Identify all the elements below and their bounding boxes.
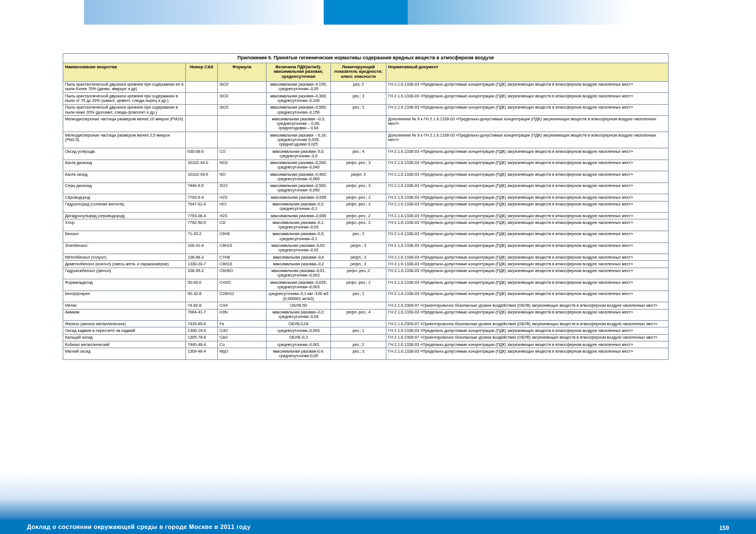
table-cell: максимальная разовая–0,2; среднесуточная… — [267, 310, 330, 321]
footer-gradient — [0, 474, 756, 519]
table-cell: максимальная разовая–0,500; среднесуточн… — [267, 105, 330, 116]
table-cell: Пыль кристаллической двуокиси кремния пр… — [63, 105, 185, 116]
table-cell: ГН 2.1.6.1338-03 «Предельно-допустимые к… — [386, 291, 668, 302]
table-cell: 74-82-8 — [186, 302, 217, 308]
table-cell: максимальная разовая–0,01; среднесуточна… — [267, 268, 330, 279]
header-gradient-right — [408, 0, 632, 25]
table-row: Этилбензол100-41-4C8H10максимальная разо… — [63, 243, 668, 254]
table-cell: Железо (железо металлическое) — [63, 321, 185, 327]
table-cell: ГН 2.1.6.1338-03 «Предельно-допустимые к… — [386, 341, 668, 348]
table-cell: максимальная разовая –0,3; среднесуточна… — [267, 116, 330, 132]
table-row: Мелкодисперсные частицы размером менее 2… — [63, 132, 668, 148]
table-cell — [186, 93, 217, 104]
table-cell: рефл.-рез.; 2 — [331, 219, 386, 231]
table-cell: максимальная разовая–0,02; среднесуточна… — [267, 243, 330, 254]
table-cell: максимальная разовая – 0,16; среднесуточ… — [267, 132, 330, 148]
table-cell: среднесуточная–0,1 мкг /100 м3 (0,000001… — [267, 291, 330, 302]
table-cell: NO — [218, 171, 266, 182]
table-cell: Дополнение № 8 к ГН 2.1.6.1338-03 «Преде… — [386, 132, 668, 148]
table-cell: максимальная разовая–0,008 — [267, 213, 330, 219]
table-row: Оксид углерода630-08-0COмаксимальная раз… — [63, 148, 668, 160]
table-cell: 7439-89-6 — [186, 321, 217, 327]
table-cell: ГН 2.1.6.1338-03 «Предельно-допустимые к… — [386, 194, 668, 200]
table-cell: HCl — [218, 202, 266, 213]
table-cell: 7783-6-4 — [186, 194, 217, 200]
table-row: Мелкодисперсные частицы размером менее 1… — [63, 116, 668, 132]
table-cell: рез; 3 — [331, 82, 386, 93]
table-cell: 7664-41-7 — [186, 310, 217, 321]
table-row: Бензол71-43-2C6H6максимальная разовая–0,… — [63, 231, 668, 242]
table-cell: ГН 2.1.6.1338-03 «Предельно-допустимые к… — [386, 202, 668, 213]
table-cell: C8H10 — [218, 243, 266, 254]
table-cell: Серы диоксид — [63, 183, 185, 194]
col-header: Формула — [218, 63, 266, 81]
table-cell: C20H12 — [218, 291, 266, 302]
table-row: Аммиак7664-41-7H3Nмаксимальная разовая–0… — [63, 310, 668, 321]
table-cell: максимальная разовая–0,200; среднесуточн… — [267, 160, 330, 171]
table-row: Дигидросульфид (сероводород)7783-06-4H2S… — [63, 213, 668, 219]
table-cell: ГН 2.1.6.1338-03 «Предельно-допустимые к… — [386, 327, 668, 334]
table-cell: ОБУВ–0,3 — [267, 335, 330, 341]
table-cell: ГН 2.1.6.1338-03 «Предельно-допустимые к… — [386, 279, 668, 291]
table-row: Диметилбензол (ксилол) (смесь мета- и па… — [63, 261, 668, 267]
col-header: Лимитирующий показатель вредности; класс… — [331, 63, 386, 81]
table-cell: 50-00-0 — [186, 279, 217, 291]
table-cell: 1330-20-7 — [186, 261, 217, 267]
table-cell: ГН 2.1.6.1338-03 «Предельно-допустимые к… — [386, 243, 668, 254]
table-cell: Мелкодисперсные частицы размером менее 2… — [63, 132, 185, 148]
table-cell: 7440-48-4 — [186, 341, 217, 348]
table-cell: рефл.-рез.;2 — [331, 268, 386, 279]
table-row: Формальдегид50-00-0CH2Oмаксимальная разо… — [63, 279, 668, 291]
table-cell: ОБУВ-50 — [267, 302, 330, 308]
table-row: Сероводород7783-6-4H2Sмаксимальная разов… — [63, 194, 668, 200]
table-cell: Аммиак — [63, 310, 185, 321]
table-row: Оксид кадмия в пересчете на кадмий1306-1… — [63, 327, 668, 334]
table-cell: Пыль кристаллической двуокиси кремния пр… — [63, 93, 185, 104]
table-cell: рез.; 2 — [331, 341, 386, 348]
table-cell: максимальная разовая–5,0; среднесуточная… — [267, 148, 330, 160]
table-row: Азота оксид10102-43-9NOмаксимальная разо… — [63, 171, 668, 182]
table-cell: 7647-01-0 — [186, 202, 217, 213]
table-row: Хлор7782-50-5Cl2максимальная разовая–0,1… — [63, 219, 668, 231]
table-cell: Гидроксибензол (фенол) — [63, 268, 185, 279]
table-row: Бенз(а)пирен50-32-8C20H12среднесуточная–… — [63, 291, 668, 302]
table-cell: 10102-43-9 — [186, 171, 217, 182]
table-cell: рефл.; 3 — [331, 243, 386, 254]
table-cell: рефл.-рез.; 2 — [331, 194, 386, 200]
table-cell: CdO — [218, 327, 266, 334]
table-cell: рез.; 3 — [331, 105, 386, 116]
table-cell: максимальная разовая–0,3; среднесуточная… — [267, 231, 330, 242]
table-cell: максимальная разовая–0,035; среднесуточн… — [267, 279, 330, 291]
table-cell: максимальная разовая–0,400; среднесуточн… — [267, 171, 330, 182]
table-cell: 7782-50-5 — [186, 219, 217, 231]
footer-text: Доклад о состоянии окружающей среды в го… — [27, 523, 251, 530]
table-cell: ГН 2.1.6.1338-03 «Предельно-допустимые к… — [386, 183, 668, 194]
table-cell: Cl2 — [218, 219, 266, 231]
table-cell — [331, 335, 386, 341]
table-cell: CaO — [218, 335, 266, 341]
table-cell: C7H8 — [218, 254, 266, 260]
table-cell: 108-88-3 — [186, 254, 217, 260]
col-header: Нормативный документ — [386, 63, 668, 81]
table-cell: ГН 2.1.6.1338-03 «Предельно-допустимые к… — [386, 105, 668, 116]
table-cell: ГН 2.1.6.1338-03 «Предельно-допустимые к… — [386, 160, 668, 171]
table-cell — [218, 116, 266, 132]
table-cell: Дополнение № 8 к ГН 2.1.6.1338-03 «Преде… — [386, 116, 668, 132]
header-tab — [324, 0, 408, 25]
table-cell: ГН 2.1.6.1338-03 «Предельно-допустимые к… — [386, 213, 668, 219]
table-cell: ГН 2.1.6.1338-03 «Предельно-допустимые к… — [386, 268, 668, 279]
table-cell: SiO2 — [218, 93, 266, 104]
col-header: Величина ПДК(мг/м3): максимальная разова… — [267, 63, 330, 81]
table-cell: 10102-44-0 — [186, 160, 217, 171]
header-banner — [0, 0, 756, 25]
table-cell: CO — [218, 148, 266, 160]
table-cell — [186, 132, 217, 148]
table-cell — [331, 132, 386, 148]
table-cell: ОБУВ-0,04 — [267, 321, 330, 327]
table-cell: 108-95-2 — [186, 268, 217, 279]
table-cell: ГН 2.1.6.1338-03 «Предельно-допустимые к… — [386, 93, 668, 104]
table-row: Метилбензол (толуол)108-88-3C7H8максимал… — [63, 254, 668, 260]
table-cell: SiO2 — [218, 105, 266, 116]
table-cell: Гидрохлорид (соляная кислота) — [63, 202, 185, 213]
table-cell: C6H6O — [218, 268, 266, 279]
